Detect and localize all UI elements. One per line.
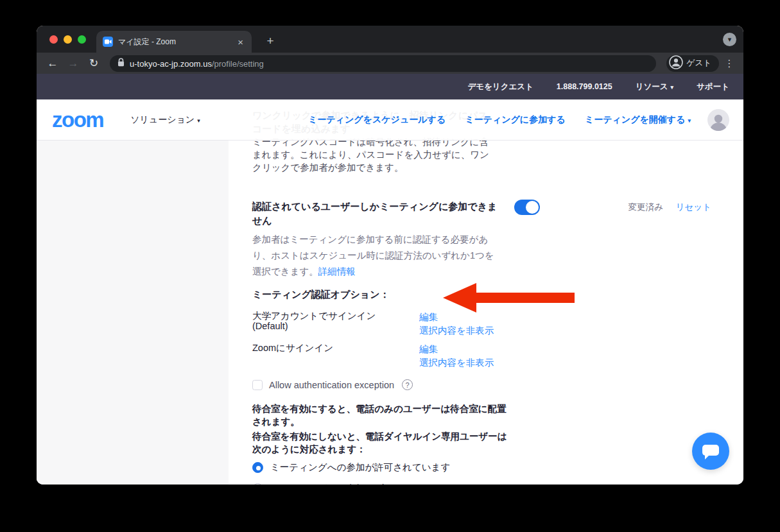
auth-toggle[interactable] bbox=[514, 200, 540, 215]
embedded-passcode-description: ミーティングパスコードは暗号化され、招待リンクに含まれます。これにより、パスコー… bbox=[252, 135, 498, 174]
reload-icon[interactable]: ↻ bbox=[85, 55, 102, 72]
main-nav: ミーティングをスケジュールする ミーティングに参加する ミーティングを開催する▾ bbox=[308, 114, 691, 126]
red-annotation-arrow bbox=[443, 283, 575, 313]
waiting-room-note-2: 待合室を有効にしないと、電話ダイヤルイン専用ユーザーは次のように対応されます： bbox=[252, 431, 512, 456]
radio-allow-join[interactable]: ミーティングへの参加が許可されています bbox=[252, 461, 743, 474]
zoom-logo[interactable]: zoom bbox=[52, 109, 103, 130]
settings-content: ワンクリックで参加できるように、招待リンクにパスコードを埋め込みます ミーティン… bbox=[252, 99, 743, 485]
chat-support-button[interactable] bbox=[692, 433, 729, 470]
phone-number-link[interactable]: 1.888.799.0125 bbox=[557, 82, 612, 91]
address-bar[interactable]: u-tokyo-ac-jp.zoom.us/profile/setting bbox=[110, 55, 656, 72]
hide-selection-link[interactable]: 選択内容を非表示 bbox=[419, 356, 743, 370]
profile-guest-button[interactable]: ゲスト bbox=[666, 55, 719, 72]
tab-close-icon[interactable]: × bbox=[236, 37, 245, 47]
radio-block-join[interactable]: ミーティングへの参加がブロックされています bbox=[252, 482, 743, 485]
tab-title: マイ設定 - Zoom bbox=[118, 37, 230, 47]
schedule-meeting-link[interactable]: ミーティングをスケジュールする bbox=[308, 114, 446, 126]
chevron-down-icon: ▾ bbox=[197, 117, 200, 124]
modified-badge: 変更済み bbox=[628, 202, 663, 213]
auth-exception-label: Allow authentication exception bbox=[269, 380, 394, 390]
auth-option-row-university: 大学アカウントでサインイン (Default) 編集 選択内容を非表示 bbox=[252, 311, 743, 338]
zoom-settings-page: デモをリクエスト 1.888.799.0125 リソース▾ サポート ワンクリッ… bbox=[37, 74, 743, 485]
guest-label: ゲスト bbox=[687, 58, 711, 69]
url-domain: u-tokyo-ac-jp.zoom.us bbox=[130, 59, 212, 69]
back-icon[interactable]: ← bbox=[44, 55, 61, 72]
browser-window: マイ設定 - Zoom × + ▾ ← → ↻ u-tokyo-ac-jp.zo… bbox=[37, 26, 743, 485]
learn-more-link[interactable]: 詳細情報 bbox=[318, 266, 356, 277]
waiting-room-note-1: 待合室を有効にすると、電話のみのユーザーは待合室に配置されます。 bbox=[252, 403, 512, 428]
phone-user-options: ミーティングへの参加が許可されています ミーティングへの参加がブロックされていま… bbox=[252, 461, 743, 485]
chevron-down-icon: ▾ bbox=[688, 117, 691, 124]
tab-search-button[interactable]: ▾ bbox=[723, 33, 736, 46]
new-tab-button[interactable]: + bbox=[261, 32, 279, 50]
close-window-button[interactable] bbox=[49, 35, 58, 44]
setting-status: 変更済み リセット bbox=[628, 200, 711, 213]
site-topbar: デモをリクエスト 1.888.799.0125 リソース▾ サポート bbox=[37, 74, 743, 99]
lock-icon bbox=[117, 58, 125, 69]
toggle-knob bbox=[526, 201, 539, 214]
solutions-menu[interactable]: ソリューション▾ bbox=[130, 114, 200, 126]
url-path: /profile/setting bbox=[212, 59, 264, 69]
browser-menu-icon[interactable]: ⋮ bbox=[723, 58, 736, 69]
join-meeting-link[interactable]: ミーティングに参加する bbox=[465, 114, 566, 126]
guest-avatar-icon bbox=[669, 55, 683, 72]
help-icon[interactable]: ? bbox=[402, 379, 413, 390]
option-actions: 編集 選択内容を非表示 bbox=[419, 311, 743, 338]
radio-icon bbox=[252, 462, 263, 473]
auth-setting-title: 認証されているユーザーしかミーティングに参加できません bbox=[252, 200, 504, 228]
zoom-window-button[interactable] bbox=[78, 35, 86, 44]
auth-exception-checkbox[interactable] bbox=[252, 380, 263, 390]
account-avatar[interactable] bbox=[707, 109, 729, 131]
edit-link[interactable]: 編集 bbox=[419, 311, 743, 324]
radio-icon bbox=[252, 483, 263, 485]
minimize-window-button[interactable] bbox=[64, 35, 72, 44]
hide-selection-link[interactable]: 選択内容を非表示 bbox=[419, 324, 743, 338]
edit-link[interactable]: 編集 bbox=[419, 343, 743, 356]
auth-setting-description: 参加者はミーティングに参加する前に認証する必要があり、ホストはスケジュール時に認… bbox=[252, 232, 495, 280]
auth-option-row-zoom: Zoomにサインイン 編集 選択内容を非表示 bbox=[252, 343, 743, 370]
chat-bubble-icon bbox=[702, 445, 719, 456]
option-actions: 編集 選択内容を非表示 bbox=[419, 343, 743, 370]
auth-exception-row: Allow authentication exception ? bbox=[252, 379, 743, 390]
host-meeting-menu[interactable]: ミーティングを開催する▾ bbox=[585, 114, 691, 126]
auth-setting-row: 認証されているユーザーしかミーティングに参加できません 変更済み リセット bbox=[252, 200, 743, 228]
request-demo-link[interactable]: デモをリクエスト bbox=[467, 82, 533, 92]
support-link[interactable]: サポート bbox=[697, 82, 729, 92]
browser-toolbar: ← → ↻ u-tokyo-ac-jp.zoom.us/profile/sett… bbox=[37, 53, 743, 74]
tab-strip: マイ設定 - Zoom × + ▾ bbox=[37, 26, 743, 53]
site-header: zoom ソリューション▾ ミーティングをスケジュールする ミーティングに参加す… bbox=[37, 99, 743, 141]
chevron-down-icon: ▾ bbox=[671, 84, 674, 90]
forward-icon[interactable]: → bbox=[65, 55, 82, 72]
window-controls bbox=[49, 35, 86, 44]
option-label: 大学アカウントでサインイン (Default) bbox=[252, 311, 419, 338]
option-label: Zoomにサインイン bbox=[252, 343, 419, 370]
resources-menu[interactable]: リソース▾ bbox=[636, 82, 673, 92]
settings-sidebar bbox=[37, 141, 229, 485]
reset-link[interactable]: リセット bbox=[676, 202, 711, 213]
browser-tab[interactable]: マイ設定 - Zoom × bbox=[96, 31, 252, 53]
zoom-favicon-icon bbox=[103, 37, 113, 47]
